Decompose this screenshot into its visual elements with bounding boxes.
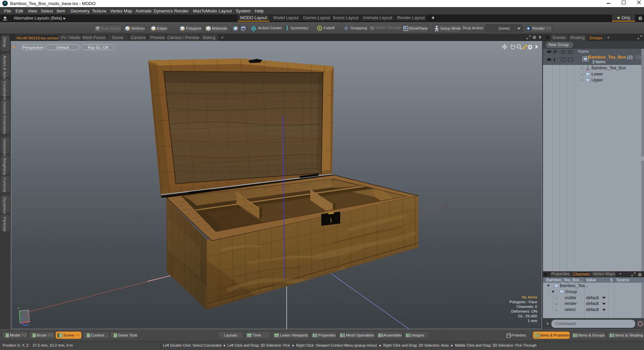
svg-text:+X: +X: [443, 204, 448, 208]
svg-text:Z: Z: [21, 318, 23, 322]
svg-text:X: X: [27, 313, 29, 317]
svg-text:Y: Y: [18, 307, 20, 310]
